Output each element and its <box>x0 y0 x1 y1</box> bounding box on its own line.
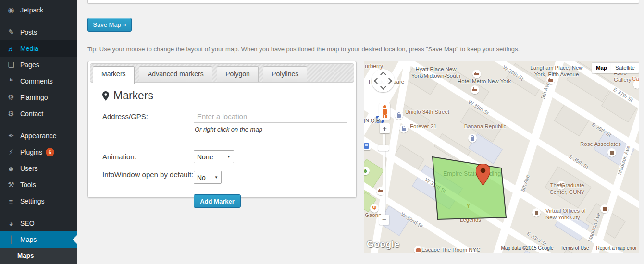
sidebar-item-settings[interactable]: ≡ Settings <box>0 193 77 209</box>
pan-control[interactable] <box>372 69 395 92</box>
sidebar-item-label: Posts <box>20 28 37 36</box>
pan-up-icon[interactable] <box>380 72 386 78</box>
sidebar-separator <box>0 209 77 215</box>
sidebar-separator <box>0 18 77 24</box>
sidebar-item-pages[interactable]: ❏ Pages <box>0 57 77 73</box>
sidebar-item-contact[interactable]: ⚙ Contact <box>0 106 77 122</box>
sidebar-item-appearance[interactable]: ✒ Appearance <box>0 128 77 144</box>
sidebar-item-tools[interactable]: ⚒ Tools <box>0 177 77 193</box>
add-marker-button[interactable]: Add Marker <box>194 194 241 208</box>
address-input[interactable] <box>194 110 347 123</box>
sidebar-item-label: SEO <box>20 219 35 227</box>
map-polygon-overlay <box>364 61 639 253</box>
zoom-slider-handle[interactable] <box>378 145 389 151</box>
chevron-down-icon: ▼ <box>227 155 231 159</box>
media-icon: ♬ <box>6 45 16 53</box>
sidebar-item-label: Contact <box>20 110 43 118</box>
sidebar-item-users[interactable]: ☻ Users <box>0 160 77 177</box>
sidebar-item-comments[interactable]: ❝ Comments <box>0 73 77 89</box>
pages-icon: ❏ <box>6 60 16 69</box>
shortcode-box-partial <box>87 0 639 4</box>
sidebar-item-label: Maps <box>20 236 37 243</box>
map-marker-pin[interactable] <box>476 164 490 185</box>
sidebar-submenu-maps[interactable]: Maps <box>0 248 77 264</box>
pan-right-icon[interactable] <box>386 78 392 84</box>
sidebar-item-label: Flamingo <box>20 94 48 101</box>
zoom-out-button[interactable]: − <box>379 215 389 225</box>
pushpin-icon: ✎ <box>6 28 16 36</box>
google-map-canvas[interactable]: ♣ Ψ M Y urberry Herald Square Hyatt Plac… <box>364 61 639 253</box>
maps-icon <box>6 236 16 244</box>
tab-markers[interactable]: Markers <box>93 66 135 84</box>
seo-icon: ◕ <box>6 219 16 228</box>
brush-icon: ✒ <box>6 132 16 140</box>
street-view-pegman[interactable] <box>379 103 390 120</box>
map-type-map-button[interactable]: Map <box>592 62 611 73</box>
plugin-icon: ⚡ <box>6 148 16 156</box>
empire-state-polygon[interactable] <box>433 157 506 219</box>
infowindow-label: InfoWindow open by default: <box>102 168 194 184</box>
animation-label: Animation: <box>102 150 194 163</box>
terms-of-use-link[interactable]: Terms of Use <box>561 245 589 251</box>
animation-select-value: None <box>197 153 213 161</box>
admin-content: Save Map » Tip: Use your mouse to change… <box>77 0 644 264</box>
tab-advanced-markers[interactable]: Advanced markers <box>139 66 212 82</box>
map-type-satellite-button[interactable]: Satellite <box>611 62 639 73</box>
plugins-update-badge: 6 <box>46 148 54 156</box>
sidebar-item-label: Pages <box>20 61 39 69</box>
infowindow-select-value: No <box>197 174 206 181</box>
sidebar-item-media[interactable]: ♬ Media <box>0 40 77 57</box>
sidebar-item-label: Plugins <box>20 148 42 156</box>
sidebar-item-jetpack[interactable]: ◉ Jetpack <box>0 2 77 18</box>
sidebar-item-flamingo[interactable]: ⚙ Flamingo <box>0 89 77 106</box>
google-logo[interactable]: Google <box>367 239 399 250</box>
comment-bubble-icon: ❝ <box>6 77 16 85</box>
admin-sidebar: ◉ Jetpack ✎ Posts ♬ Media ❏ Pages ❝ Comm… <box>0 0 77 264</box>
address-label: Address/GPS: <box>102 110 194 145</box>
tip-text: Tip: Use your mouse to change the layout… <box>87 46 520 53</box>
pan-left-icon[interactable] <box>374 78 380 84</box>
panel-heading: Markers <box>102 89 356 102</box>
pan-down-icon[interactable] <box>380 84 386 90</box>
map-copyright: Map data ©2015 Google <box>501 245 553 251</box>
sidebar-item-plugins[interactable]: ⚡ Plugins 6 <box>0 144 77 160</box>
sidebar-item-label: Users <box>20 165 38 172</box>
animation-select[interactable]: None ▼ <box>194 150 234 163</box>
map-attribution: Map data ©2015 Google Terms of Use Repor… <box>501 245 637 251</box>
panel-heading-text: Markers <box>113 89 153 102</box>
sidebar-item-label: Jetpack <box>20 6 43 14</box>
marker-pin-icon <box>102 91 109 101</box>
tab-polygon[interactable]: Polygon <box>217 66 259 82</box>
user-icon: ☻ <box>6 165 16 173</box>
zoom-in-button[interactable]: + <box>380 123 390 133</box>
sidebar-item-maps[interactable]: Maps <box>0 231 77 248</box>
sidebar-item-label: Comments <box>20 77 53 85</box>
sidebar-item-label: Settings <box>20 197 45 205</box>
sidebar-item-posts[interactable]: ✎ Posts <box>0 24 77 40</box>
infowindow-select[interactable]: No ▼ <box>194 171 222 184</box>
address-hint: Or right click on the map <box>195 126 347 133</box>
tab-panel-markers: Markers Address/GPS: Or right click on t… <box>88 84 356 197</box>
wrench-icon: ⚒ <box>6 180 16 189</box>
chevron-down-icon: ▼ <box>214 175 218 180</box>
sidebar-separator <box>0 122 77 128</box>
sidebar-item-label: Tools <box>20 181 36 189</box>
gear-icon: ⚙ <box>6 109 16 118</box>
tab-polylines[interactable]: Polylines <box>263 66 307 82</box>
save-map-button[interactable]: Save Map » <box>87 18 132 32</box>
sidebar-item-label: Media <box>20 45 38 52</box>
marker-settings-panel: Markers Advanced markers Polygon Polylin… <box>87 61 357 198</box>
report-map-error-link[interactable]: Report a map error <box>596 245 637 251</box>
map-type-control: Map Satellite <box>592 62 639 73</box>
sliders-icon: ≡ <box>6 197 16 205</box>
jetpack-icon: ◉ <box>6 6 16 14</box>
sidebar-item-seo[interactable]: ◕ SEO <box>0 215 77 231</box>
tabs-bar: Markers Advanced markers Polygon Polylin… <box>90 63 354 83</box>
gear-icon: ⚙ <box>6 93 16 102</box>
sidebar-item-label: Appearance <box>20 132 57 140</box>
